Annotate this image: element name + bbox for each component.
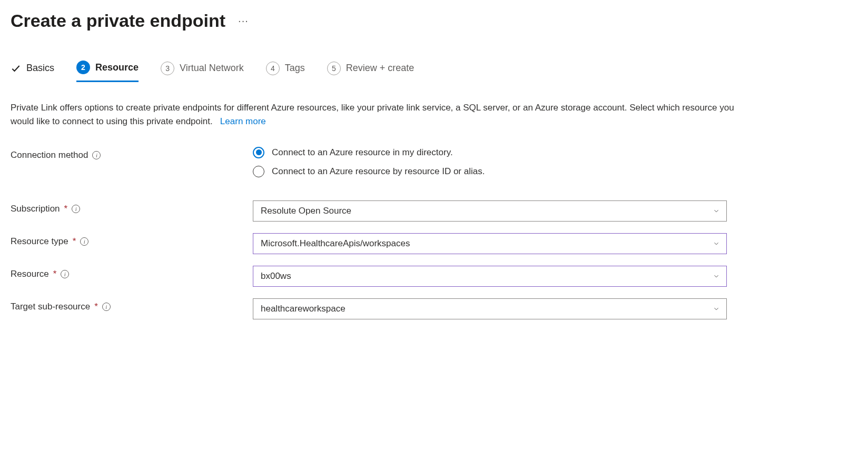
subscription-value: Resolute Open Source bbox=[261, 206, 351, 216]
chevron-down-icon bbox=[713, 305, 720, 313]
required-mark: * bbox=[73, 236, 76, 247]
description-text: Private Link offers options to create pr… bbox=[11, 103, 734, 126]
tab-vnet-label: Virtual Network bbox=[180, 63, 244, 74]
check-icon bbox=[11, 63, 21, 74]
tab-resource[interactable]: 2 Resource bbox=[76, 61, 139, 82]
info-icon[interactable]: i bbox=[72, 205, 80, 213]
chevron-down-icon bbox=[713, 207, 720, 215]
target-sub-resource-dropdown[interactable]: healthcareworkspace bbox=[253, 298, 727, 319]
info-icon[interactable]: i bbox=[92, 151, 101, 159]
tab-resource-label: Resource bbox=[95, 62, 139, 73]
tab-tags-label: Tags bbox=[285, 63, 305, 74]
tab-review-create[interactable]: 5 Review + create bbox=[327, 62, 415, 82]
resource-type-value: Microsoft.HealthcareApis/workspaces bbox=[261, 238, 410, 249]
required-mark: * bbox=[94, 302, 98, 312]
tab-basics[interactable]: Basics bbox=[11, 63, 54, 80]
radio-alias-label: Connect to an Azure resource by resource… bbox=[272, 166, 485, 177]
wizard-tabs: Basics 2 Resource 3 Virtual Network 4 Ta… bbox=[11, 61, 857, 82]
label-target-sub-text: Target sub-resource bbox=[11, 302, 90, 312]
row-resource-type: Resource type * i Microsoft.HealthcareAp… bbox=[11, 233, 857, 254]
label-subscription-text: Subscription bbox=[11, 204, 60, 214]
radio-selected-icon bbox=[253, 147, 264, 158]
resource-dropdown[interactable]: bx00ws bbox=[253, 266, 727, 287]
radio-directory-label: Connect to an Azure resource in my direc… bbox=[272, 147, 453, 158]
target-sub-value: healthcareworkspace bbox=[261, 304, 346, 314]
tab-vnet-num: 3 bbox=[161, 62, 174, 75]
row-resource: Resource * i bx00ws bbox=[11, 266, 857, 287]
row-subscription: Subscription * i Resolute Open Source bbox=[11, 200, 857, 222]
label-resource-type-text: Resource type bbox=[11, 236, 68, 247]
tab-description: Private Link offers options to create pr… bbox=[11, 101, 737, 129]
chevron-down-icon bbox=[713, 240, 720, 247]
row-target-sub-resource: Target sub-resource * i healthcareworksp… bbox=[11, 298, 857, 319]
label-connection-method-text: Connection method bbox=[11, 150, 88, 160]
chevron-down-icon bbox=[713, 273, 720, 280]
label-resource: Resource * i bbox=[11, 266, 253, 279]
required-mark: * bbox=[53, 269, 57, 279]
tab-review-label: Review + create bbox=[346, 63, 415, 74]
more-icon[interactable]: ··· bbox=[238, 15, 249, 27]
connection-method-radio-group: Connect to an Azure resource in my direc… bbox=[253, 147, 727, 177]
info-icon[interactable]: i bbox=[102, 303, 111, 311]
tab-review-num: 5 bbox=[327, 62, 341, 75]
label-connection-method: Connection method i bbox=[11, 147, 253, 160]
resource-type-dropdown[interactable]: Microsoft.HealthcareApis/workspaces bbox=[253, 233, 727, 254]
label-subscription: Subscription * i bbox=[11, 200, 253, 214]
resource-value: bx00ws bbox=[261, 271, 291, 282]
learn-more-link[interactable]: Learn more bbox=[220, 116, 266, 126]
tab-basics-label: Basics bbox=[26, 63, 54, 74]
radio-unselected-icon bbox=[253, 166, 264, 177]
tab-tags-num: 4 bbox=[266, 62, 280, 75]
label-resource-type: Resource type * i bbox=[11, 233, 253, 247]
page-title-text: Create a private endpoint bbox=[11, 11, 225, 31]
info-icon[interactable]: i bbox=[61, 270, 69, 278]
page-title: Create a private endpoint ··· bbox=[11, 11, 857, 31]
row-connection-method: Connection method i Connect to an Azure … bbox=[11, 147, 857, 177]
tab-virtual-network[interactable]: 3 Virtual Network bbox=[161, 62, 244, 82]
subscription-dropdown[interactable]: Resolute Open Source bbox=[253, 200, 727, 222]
info-icon[interactable]: i bbox=[80, 237, 88, 246]
required-mark: * bbox=[64, 204, 68, 214]
tab-tags[interactable]: 4 Tags bbox=[266, 62, 305, 82]
tab-resource-num: 2 bbox=[76, 61, 90, 74]
radio-connect-directory[interactable]: Connect to an Azure resource in my direc… bbox=[253, 147, 727, 158]
label-resource-text: Resource bbox=[11, 269, 49, 279]
radio-connect-alias[interactable]: Connect to an Azure resource by resource… bbox=[253, 166, 727, 177]
label-target-sub-resource: Target sub-resource * i bbox=[11, 298, 253, 312]
